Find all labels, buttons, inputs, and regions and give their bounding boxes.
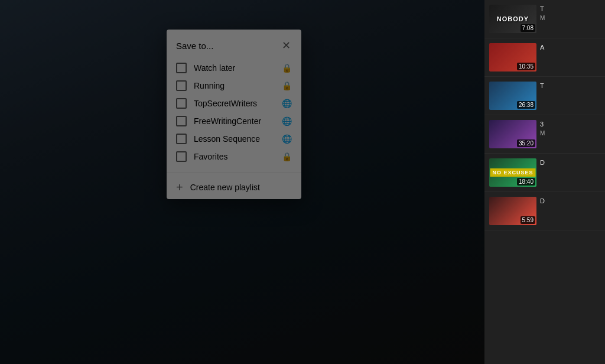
thumbnail: NO EXCUSES 18:40: [489, 158, 536, 187]
video-duration: 18:40: [517, 178, 535, 186]
thumbnail: NOBODY 7:08: [489, 5, 536, 33]
video-duration: 7:08: [521, 24, 535, 32]
sidebar-item[interactable]: 10:35 A: [484, 38, 605, 77]
sidebar: NOBODY 7:08 T M 10:35 A 26:38 T 35:20: [484, 0, 605, 364]
sidebar-item[interactable]: 35:20 3 M: [484, 115, 605, 154]
video-title: D: [540, 197, 600, 205]
video-duration: 10:35: [517, 63, 535, 70]
sidebar-item[interactable]: 26:38 T: [484, 77, 605, 115]
video-duration: 5:59: [521, 216, 535, 224]
thumbnail: 5:59: [489, 197, 536, 225]
video-title: D: [540, 158, 600, 167]
video-title: 3: [540, 120, 600, 128]
video-meta: M: [540, 130, 600, 136]
video-duration: 26:38: [517, 101, 535, 109]
video-meta: M: [540, 15, 600, 21]
video-title: A: [540, 43, 600, 51]
background-overlay: [0, 0, 484, 364]
thumbnail: 35:20: [489, 120, 536, 148]
sidebar-item[interactable]: NO EXCUSES 18:40 D: [484, 154, 605, 192]
video-duration: 35:20: [517, 139, 535, 147]
thumbnail: 26:38: [489, 82, 536, 110]
sidebar-item[interactable]: NOBODY 7:08 T M: [484, 0, 605, 38]
video-title: T: [540, 5, 600, 13]
sidebar-item[interactable]: 5:59 D: [484, 192, 605, 230]
thumbnail: 10:35: [489, 43, 536, 72]
video-title: T: [540, 82, 600, 90]
